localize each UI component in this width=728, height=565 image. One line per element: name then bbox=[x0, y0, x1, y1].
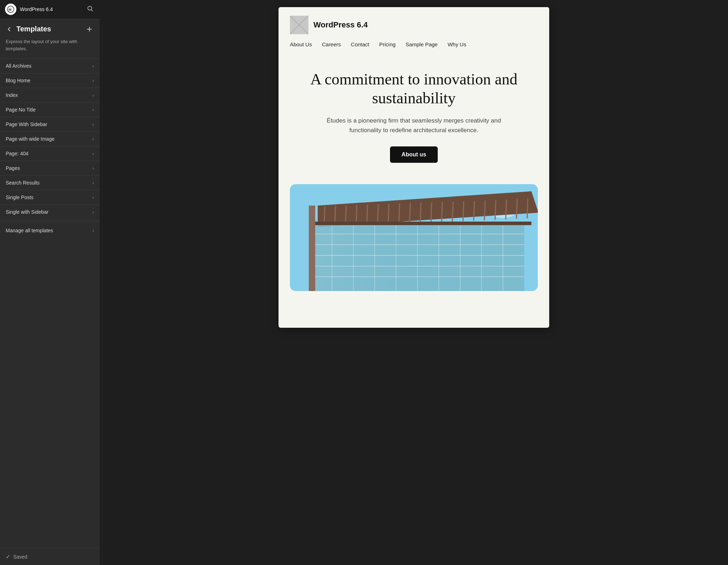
search-button[interactable] bbox=[85, 4, 95, 15]
nav-link-about-us[interactable]: About Us bbox=[290, 41, 312, 47]
svg-line-26 bbox=[442, 202, 442, 222]
sidebar-item-page-with-wide-image[interactable]: Page with wide Image › bbox=[0, 131, 100, 146]
chevron-icon: › bbox=[92, 107, 94, 113]
site-name: WordPress 6.4 bbox=[313, 20, 368, 30]
chevron-icon: › bbox=[92, 195, 94, 200]
wp-logo[interactable]: W bbox=[5, 4, 16, 15]
nav-link-sample-page[interactable]: Sample Page bbox=[406, 41, 438, 47]
svg-line-8 bbox=[290, 16, 308, 34]
nav-link-careers[interactable]: Careers bbox=[322, 41, 341, 47]
nav-link-contact[interactable]: Contact bbox=[351, 41, 369, 47]
svg-line-27 bbox=[452, 202, 453, 222]
hero-description: Études is a pioneering firm that seamles… bbox=[321, 116, 506, 135]
svg-line-19 bbox=[367, 204, 368, 224]
sidebar-item-single-with-sidebar[interactable]: Single with Sidebar › bbox=[0, 204, 100, 219]
sidebar-item-pages[interactable]: Pages › bbox=[0, 161, 100, 175]
chevron-icon: › bbox=[92, 136, 94, 142]
sidebar-item-all-archives[interactable]: All Archives › bbox=[0, 58, 100, 73]
chevron-icon: › bbox=[92, 165, 94, 171]
chevron-icon: › bbox=[92, 121, 94, 127]
sidebar-item-blog-home[interactable]: Blog Home › bbox=[0, 73, 100, 88]
svg-rect-6 bbox=[290, 16, 308, 34]
sidebar-item-search-results[interactable]: Search Results › bbox=[0, 175, 100, 190]
svg-line-33 bbox=[516, 199, 517, 219]
chevron-icon: › bbox=[92, 78, 94, 83]
chevron-icon: › bbox=[92, 63, 94, 69]
nav-link-why-us[interactable]: Why Us bbox=[448, 41, 467, 47]
sidebar: W WordPress 6.4 Templates Express the la… bbox=[0, 0, 100, 565]
svg-line-23 bbox=[410, 203, 410, 223]
svg-line-21 bbox=[388, 204, 389, 224]
svg-line-24 bbox=[420, 203, 421, 223]
architecture-image bbox=[290, 184, 538, 291]
add-template-button[interactable] bbox=[85, 25, 94, 33]
svg-line-28 bbox=[463, 201, 464, 221]
templates-header: Templates bbox=[0, 19, 100, 37]
svg-line-32 bbox=[506, 199, 506, 219]
svg-line-29 bbox=[474, 201, 474, 221]
hero-title: A commitment to innovation and sustainab… bbox=[290, 70, 538, 108]
site-nav: About Us Careers Contact Pricing Sample … bbox=[290, 41, 538, 47]
sidebar-top-bar: W WordPress 6.4 bbox=[0, 0, 100, 19]
svg-line-25 bbox=[431, 202, 432, 222]
svg-rect-50 bbox=[311, 223, 524, 291]
manage-label: Manage all templates bbox=[6, 228, 53, 233]
svg-line-22 bbox=[399, 203, 400, 223]
main-preview: WordPress 6.4 About Us Careers Contact P… bbox=[100, 0, 728, 565]
svg-rect-51 bbox=[311, 222, 531, 225]
sidebar-item-page-no-title[interactable]: Page No Title › bbox=[0, 102, 100, 117]
chevron-icon: › bbox=[92, 228, 94, 233]
sidebar-item-page-with-sidebar[interactable]: Page With Sidebar › bbox=[0, 117, 100, 131]
sidebar-footer: ✓ Saved bbox=[0, 548, 100, 565]
chevron-icon: › bbox=[92, 180, 94, 186]
svg-text:W: W bbox=[9, 8, 12, 11]
chevron-icon: › bbox=[92, 209, 94, 215]
sidebar-item-page-404[interactable]: Page: 404 › bbox=[0, 146, 100, 161]
svg-line-3 bbox=[92, 10, 93, 11]
svg-line-31 bbox=[495, 200, 496, 220]
chevron-icon: › bbox=[92, 92, 94, 98]
sidebar-item-index[interactable]: Index › bbox=[0, 88, 100, 102]
about-us-button[interactable]: About us bbox=[390, 146, 437, 163]
site-brand: WordPress 6.4 bbox=[290, 16, 538, 34]
manage-all-templates-item[interactable]: Manage all templates › bbox=[0, 222, 100, 238]
sidebar-heading: Templates bbox=[16, 25, 85, 33]
sidebar-description: Express the layout of your site with tem… bbox=[0, 37, 100, 58]
sidebar-nav: All Archives › Blog Home › Index › Page … bbox=[0, 58, 100, 548]
svg-point-2 bbox=[88, 6, 92, 10]
hero-section: A commitment to innovation and sustainab… bbox=[279, 53, 549, 176]
svg-line-20 bbox=[378, 204, 378, 224]
nav-link-pricing[interactable]: Pricing bbox=[379, 41, 396, 47]
svg-rect-52 bbox=[309, 206, 315, 291]
sidebar-title-bar-text: WordPress 6.4 bbox=[20, 6, 82, 12]
chevron-icon: › bbox=[92, 151, 94, 156]
sidebar-item-single-posts[interactable]: Single Posts › bbox=[0, 190, 100, 204]
sidebar-divider bbox=[0, 221, 100, 221]
svg-line-30 bbox=[484, 201, 485, 221]
svg-line-7 bbox=[290, 16, 308, 34]
preview-frame: WordPress 6.4 About Us Careers Contact P… bbox=[279, 7, 549, 328]
saved-check-icon: ✓ bbox=[6, 553, 10, 560]
site-header: WordPress 6.4 About Us Careers Contact P… bbox=[279, 7, 549, 53]
saved-label: Saved bbox=[13, 554, 27, 560]
site-logo bbox=[290, 16, 308, 34]
svg-line-34 bbox=[527, 198, 528, 218]
back-button[interactable] bbox=[6, 26, 14, 33]
